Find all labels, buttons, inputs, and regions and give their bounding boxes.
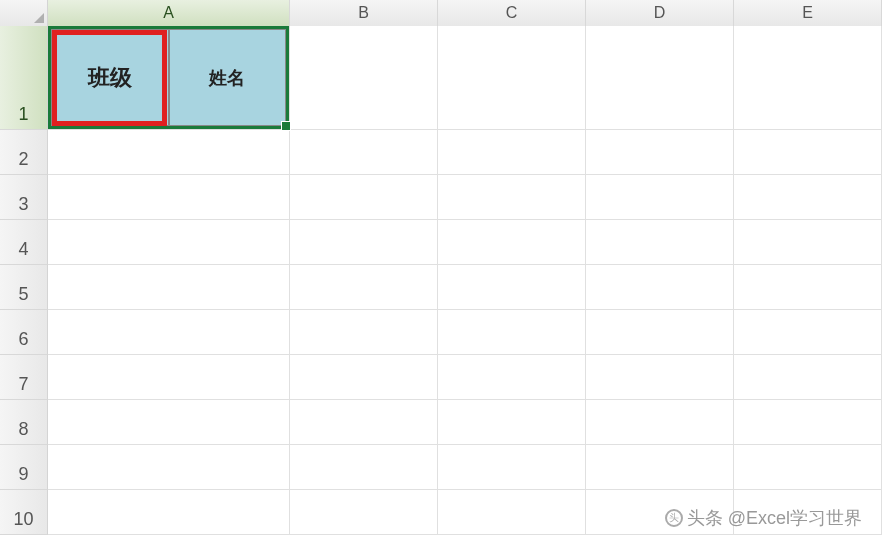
column-header-d[interactable]: D <box>586 0 734 26</box>
cell[interactable] <box>586 400 734 444</box>
cell[interactable] <box>438 130 586 174</box>
row-header-8[interactable]: 8 <box>0 400 48 445</box>
row-header-1[interactable]: 1 <box>0 26 48 130</box>
cell[interactable] <box>586 220 734 264</box>
column-header-e[interactable]: E <box>734 0 882 26</box>
cell[interactable] <box>48 355 290 399</box>
watermark-icon: 头 <box>665 509 683 527</box>
cell[interactable] <box>438 265 586 309</box>
cell[interactable] <box>438 445 586 489</box>
cell[interactable] <box>48 220 290 264</box>
cell[interactable] <box>290 310 438 354</box>
cell[interactable] <box>438 400 586 444</box>
spreadsheet: A B C D E 1 2 3 4 5 6 7 8 9 10 <box>0 0 882 544</box>
cell-d1[interactable] <box>586 26 734 129</box>
cell[interactable] <box>290 490 438 534</box>
row-header-3[interactable]: 3 <box>0 175 48 220</box>
row-header-2[interactable]: 2 <box>0 130 48 175</box>
cell[interactable] <box>734 220 882 264</box>
cell[interactable] <box>290 220 438 264</box>
cell[interactable] <box>438 310 586 354</box>
row-header-10[interactable]: 10 <box>0 490 48 535</box>
cell[interactable] <box>734 265 882 309</box>
cell[interactable] <box>290 400 438 444</box>
cell[interactable] <box>734 355 882 399</box>
cell[interactable] <box>438 490 586 534</box>
cell[interactable] <box>586 265 734 309</box>
cell[interactable] <box>438 175 586 219</box>
row-header-4[interactable]: 4 <box>0 220 48 265</box>
cell[interactable] <box>290 265 438 309</box>
column-header-a[interactable]: A <box>48 0 290 26</box>
cell[interactable] <box>290 130 438 174</box>
row-header-9[interactable]: 9 <box>0 445 48 490</box>
cell[interactable] <box>48 265 290 309</box>
cell[interactable] <box>586 445 734 489</box>
cell[interactable] <box>586 355 734 399</box>
cell-grid[interactable]: 班级 姓名 <box>48 26 882 544</box>
cell[interactable] <box>734 400 882 444</box>
cell[interactable] <box>48 400 290 444</box>
cell[interactable] <box>586 175 734 219</box>
cell[interactable] <box>734 445 882 489</box>
select-all-corner[interactable] <box>0 0 48 26</box>
column-headers-row: A B C D E <box>0 0 882 26</box>
watermark: 头 头条 @Excel学习世界 <box>665 506 862 530</box>
cell[interactable] <box>290 175 438 219</box>
cell[interactable] <box>734 310 882 354</box>
cell[interactable] <box>438 220 586 264</box>
column-header-c[interactable]: C <box>438 0 586 26</box>
cell[interactable] <box>734 130 882 174</box>
cell-a1-right-header: 姓名 <box>169 29 287 126</box>
cell-a1-left-header: 班级 <box>51 29 169 126</box>
row-header-6[interactable]: 6 <box>0 310 48 355</box>
cell[interactable] <box>48 310 290 354</box>
cell[interactable] <box>734 175 882 219</box>
row-header-5[interactable]: 5 <box>0 265 48 310</box>
cell[interactable] <box>48 130 290 174</box>
cell[interactable] <box>586 130 734 174</box>
watermark-text: 头条 @Excel学习世界 <box>687 506 862 530</box>
row-header-7[interactable]: 7 <box>0 355 48 400</box>
cell-e1[interactable] <box>734 26 882 129</box>
cell-a1-content: 班级 姓名 <box>51 29 286 126</box>
cell[interactable] <box>48 175 290 219</box>
cell[interactable] <box>438 355 586 399</box>
cell[interactable] <box>290 355 438 399</box>
body-area: 1 2 3 4 5 6 7 8 9 10 <box>0 26 882 544</box>
cell[interactable] <box>586 310 734 354</box>
cell[interactable] <box>290 445 438 489</box>
row-headers: 1 2 3 4 5 6 7 8 9 10 <box>0 26 48 544</box>
cell[interactable] <box>48 490 290 534</box>
column-header-b[interactable]: B <box>290 0 438 26</box>
cell-c1[interactable] <box>438 26 586 129</box>
cell[interactable] <box>48 445 290 489</box>
cell-b1[interactable] <box>290 26 438 129</box>
